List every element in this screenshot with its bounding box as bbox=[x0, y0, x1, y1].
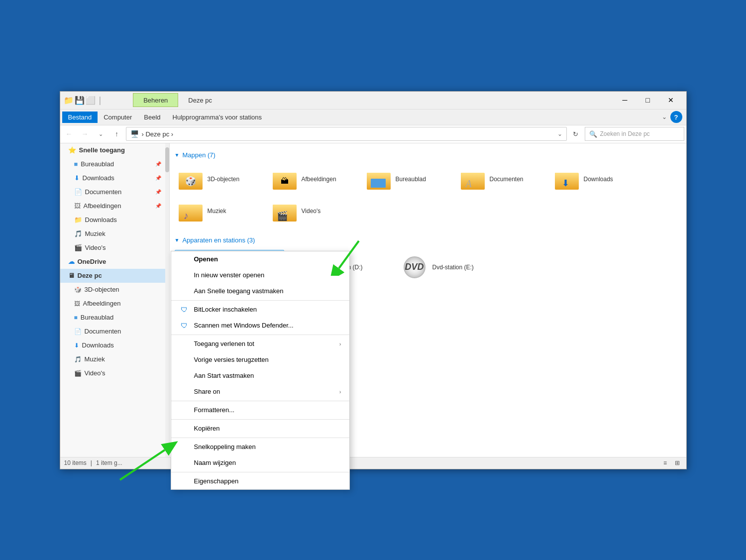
sidebar-afbeeldingen2[interactable]: 🖼 Afbeeldingen bbox=[60, 297, 165, 311]
folder-afb-name: Afbeeldingen bbox=[302, 176, 336, 184]
sidebar-quick-access[interactable]: ⭐ Snelle toegang bbox=[60, 143, 165, 157]
folder-downloads[interactable]: ⬇ Downloads bbox=[551, 165, 643, 195]
list-view-icon[interactable]: ≡ bbox=[660, 458, 670, 468]
ctx-start[interactable]: Aan Start vastmaken bbox=[171, 368, 349, 384]
up-button[interactable]: ↑ bbox=[110, 127, 124, 141]
sidebar-muziek2[interactable]: 🎵 Muziek bbox=[60, 352, 165, 366]
stations-header-label: Apparaten en stations (3) bbox=[182, 236, 255, 244]
sidebar-bur2-label: Bureaublad bbox=[81, 314, 114, 321]
search-box[interactable]: 🔍 Zoeken in Deze pc bbox=[585, 127, 684, 141]
ctx-bitlocker[interactable]: 🛡 BitLocker inschakelen bbox=[171, 302, 349, 318]
separator: | bbox=[99, 95, 102, 106]
downloads-icon: ⬇ bbox=[74, 174, 80, 182]
expand-ribbon-button[interactable]: ⌄ bbox=[658, 111, 670, 123]
dvd-e-icon: DVD bbox=[402, 254, 427, 280]
sidebar-item-downloads2[interactable]: 📁 Downloads bbox=[60, 213, 165, 227]
doc-icon: 📄 bbox=[74, 188, 82, 196]
maximize-button[interactable]: □ bbox=[637, 91, 659, 109]
stations-header[interactable]: ▼ Apparaten en stations (3) bbox=[175, 236, 681, 244]
menu-bestand[interactable]: Bestand bbox=[62, 112, 98, 123]
music-icon2: 🎵 bbox=[74, 356, 82, 363]
sidebar-documenten2[interactable]: 📄 Documenten bbox=[60, 325, 165, 338]
3d-icon: 🎲 bbox=[74, 286, 82, 293]
close-button[interactable]: ✕ bbox=[659, 91, 682, 109]
drive-e[interactable]: DVD Dvd-station (E:) bbox=[398, 250, 507, 285]
ctx-start-icon bbox=[179, 371, 189, 381]
ctx-shortcut-label: Snelkoppeling maken bbox=[194, 443, 256, 450]
folder-documenten[interactable]: A Documenten bbox=[457, 165, 549, 195]
sidebar-item-bureaublad[interactable]: ■ Bureaublad 📌 bbox=[60, 157, 165, 171]
ctx-nieuw-label: In nieuw venster openen bbox=[194, 271, 265, 279]
grid-view-icon[interactable]: ⊞ bbox=[672, 458, 682, 468]
ctx-snelle-toegang[interactable]: Aan Snelle toegang vastmaken bbox=[171, 283, 349, 299]
ctx-openen-icon bbox=[179, 254, 189, 264]
ctx-kopieren[interactable]: Kopiëren bbox=[171, 421, 349, 437]
status-selected: 1 item g... bbox=[96, 459, 122, 466]
ctx-nieuw-venster[interactable]: In nieuw venster openen bbox=[171, 267, 349, 283]
ctx-defender-label: Scannen met Windows Defender... bbox=[194, 322, 294, 329]
help-button[interactable]: ? bbox=[670, 111, 682, 123]
sidebar-music-label: Muziek bbox=[85, 230, 106, 237]
music-icon: 🎵 bbox=[74, 230, 82, 237]
sidebar-videos2[interactable]: 🎬 Video's bbox=[60, 366, 165, 380]
expand-nav-button[interactable]: ⌄ bbox=[94, 127, 108, 141]
dl-icon2: ⬇ bbox=[74, 342, 79, 349]
menu-beeld[interactable]: Beeld bbox=[138, 112, 166, 123]
ctx-shortcut-icon bbox=[179, 442, 189, 452]
sidebar-3d-objecten[interactable]: 🎲 3D-objecten bbox=[60, 283, 165, 297]
context-menu: Openen In nieuw venster openen Aan Snell… bbox=[171, 251, 350, 490]
menu-hulp[interactable]: Hulpprogramma's voor stations bbox=[167, 112, 268, 123]
ctx-share-label: Share on bbox=[194, 388, 220, 395]
back-button[interactable]: ← bbox=[62, 127, 76, 141]
sidebar-item-videos[interactable]: 🎬 Video's bbox=[60, 241, 165, 255]
onedrive-icon: ☁ bbox=[68, 258, 75, 265]
doc-icon2: 📄 bbox=[74, 328, 82, 335]
sidebar-item-muziek[interactable]: 🎵 Muziek bbox=[60, 227, 165, 241]
sidebar-deze-pc[interactable]: 🖥 Deze pc bbox=[60, 269, 165, 283]
pin-icon-2: 📌 bbox=[155, 175, 161, 181]
address-text: › Deze pc › bbox=[142, 130, 557, 138]
folder-videos[interactable]: 🎬 Video's bbox=[269, 197, 361, 226]
ctx-openen[interactable]: Openen bbox=[171, 251, 349, 267]
ctx-toegang[interactable]: Toegang verlenen tot › bbox=[171, 336, 349, 352]
menu-computer[interactable]: Computer bbox=[98, 112, 138, 123]
ctx-naam-wijzigen[interactable]: Naam wijzigen bbox=[171, 455, 349, 471]
ctx-toegang-arrow: › bbox=[339, 341, 341, 347]
sidebar-item-documenten[interactable]: 📄 Documenten 📌 bbox=[60, 185, 165, 199]
folder-3d-objecten[interactable]: 🎲 3D-objecten bbox=[175, 165, 267, 195]
manage-button[interactable]: Beheren bbox=[133, 93, 178, 107]
ctx-sep6 bbox=[171, 472, 349, 472]
ctx-versies[interactable]: Vorige versies terugzetten bbox=[171, 352, 349, 368]
sidebar-item-downloads[interactable]: ⬇ Downloads 📌 bbox=[60, 171, 165, 185]
sidebar-bureaublad2[interactable]: ■ Bureaublad bbox=[60, 311, 165, 325]
folder-video-icon: 🎬 bbox=[273, 202, 297, 222]
folder-afbeeldingen[interactable]: 🏔 Afbeeldingen bbox=[269, 165, 361, 195]
sidebar-item-afbeeldingen[interactable]: 🖼 Afbeeldingen 📌 bbox=[60, 199, 165, 213]
ctx-copy-icon bbox=[179, 424, 189, 434]
ctx-rename-icon bbox=[179, 458, 189, 468]
sidebar-downloads3[interactable]: ⬇ Downloads bbox=[60, 338, 165, 352]
ctx-formatteren[interactable]: Formatteren... bbox=[171, 402, 349, 418]
folder-muziek[interactable]: ♪ Muziek bbox=[175, 197, 267, 226]
folder-3d-name: 3D-objecten bbox=[208, 176, 240, 184]
ctx-snelkoppeling[interactable]: Snelkoppeling maken bbox=[171, 439, 349, 455]
video-icon: 🎬 bbox=[74, 244, 82, 251]
refresh-button[interactable]: ↻ bbox=[569, 127, 583, 141]
titlebar-icons: 📁 💾 ⬜ | bbox=[64, 95, 104, 106]
forward-button[interactable]: → bbox=[78, 127, 92, 141]
mappen-header[interactable]: ▼ Mappen (7) bbox=[175, 151, 681, 159]
minimize-button[interactable]: ─ bbox=[614, 91, 637, 109]
ctx-nieuw-icon bbox=[179, 270, 189, 280]
folder-music-name: Muziek bbox=[208, 208, 226, 216]
sidebar-onedrive[interactable]: ☁ OneDrive bbox=[60, 255, 165, 269]
folder-bureaublad[interactable]: Bureaublad bbox=[363, 165, 455, 195]
ctx-share[interactable]: Share on › bbox=[171, 384, 349, 400]
stations-chevron: ▼ bbox=[175, 237, 180, 243]
ctx-props-icon bbox=[179, 476, 189, 486]
ctx-share-arrow: › bbox=[339, 389, 341, 395]
address-dropdown-icon[interactable]: ⌄ bbox=[557, 130, 562, 137]
address-box[interactable]: 🖥️ › Deze pc › ⌄ bbox=[126, 127, 567, 141]
ctx-defender[interactable]: 🛡 Scannen met Windows Defender... bbox=[171, 318, 349, 334]
bur-icon2: ■ bbox=[74, 314, 78, 321]
ctx-eigenschappen[interactable]: Eigenschappen bbox=[171, 473, 349, 489]
